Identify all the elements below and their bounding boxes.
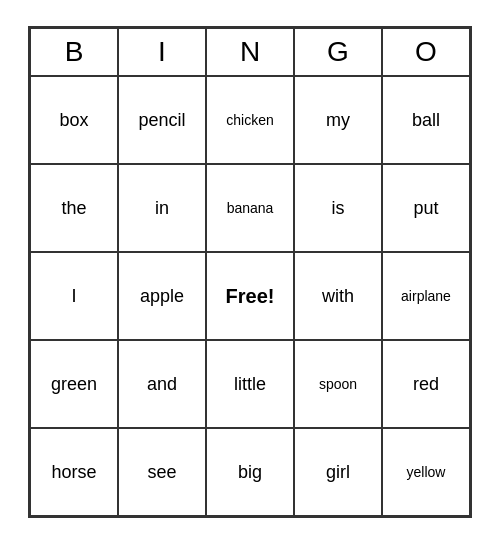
bingo-header: BINGO bbox=[30, 28, 470, 76]
bingo-cell-r0-c3: my bbox=[294, 76, 382, 164]
header-col-b: B bbox=[30, 28, 118, 76]
bingo-cell-r2-c3: with bbox=[294, 252, 382, 340]
bingo-cell-r2-c0: I bbox=[30, 252, 118, 340]
bingo-cell-r1-c2: banana bbox=[206, 164, 294, 252]
bingo-cell-r2-c4: airplane bbox=[382, 252, 470, 340]
bingo-card: BINGO boxpencilchickenmyballtheinbananai… bbox=[28, 26, 472, 518]
bingo-cell-r4-c2: big bbox=[206, 428, 294, 516]
bingo-cell-r3-c4: red bbox=[382, 340, 470, 428]
bingo-cell-r2-c1: apple bbox=[118, 252, 206, 340]
bingo-cell-r1-c1: in bbox=[118, 164, 206, 252]
bingo-cell-r0-c4: ball bbox=[382, 76, 470, 164]
bingo-cell-r1-c3: is bbox=[294, 164, 382, 252]
bingo-cell-r1-c4: put bbox=[382, 164, 470, 252]
header-col-o: O bbox=[382, 28, 470, 76]
header-col-g: G bbox=[294, 28, 382, 76]
bingo-body: boxpencilchickenmyballtheinbananaisputIa… bbox=[30, 76, 470, 516]
bingo-cell-r4-c4: yellow bbox=[382, 428, 470, 516]
bingo-cell-r3-c3: spoon bbox=[294, 340, 382, 428]
bingo-cell-r3-c0: green bbox=[30, 340, 118, 428]
bingo-cell-r4-c3: girl bbox=[294, 428, 382, 516]
bingo-cell-r4-c0: horse bbox=[30, 428, 118, 516]
header-col-i: I bbox=[118, 28, 206, 76]
header-col-n: N bbox=[206, 28, 294, 76]
bingo-cell-r2-c2: Free! bbox=[206, 252, 294, 340]
bingo-cell-r3-c1: and bbox=[118, 340, 206, 428]
bingo-cell-r0-c0: box bbox=[30, 76, 118, 164]
bingo-cell-r0-c2: chicken bbox=[206, 76, 294, 164]
bingo-cell-r1-c0: the bbox=[30, 164, 118, 252]
bingo-cell-r0-c1: pencil bbox=[118, 76, 206, 164]
bingo-cell-r3-c2: little bbox=[206, 340, 294, 428]
bingo-cell-r4-c1: see bbox=[118, 428, 206, 516]
